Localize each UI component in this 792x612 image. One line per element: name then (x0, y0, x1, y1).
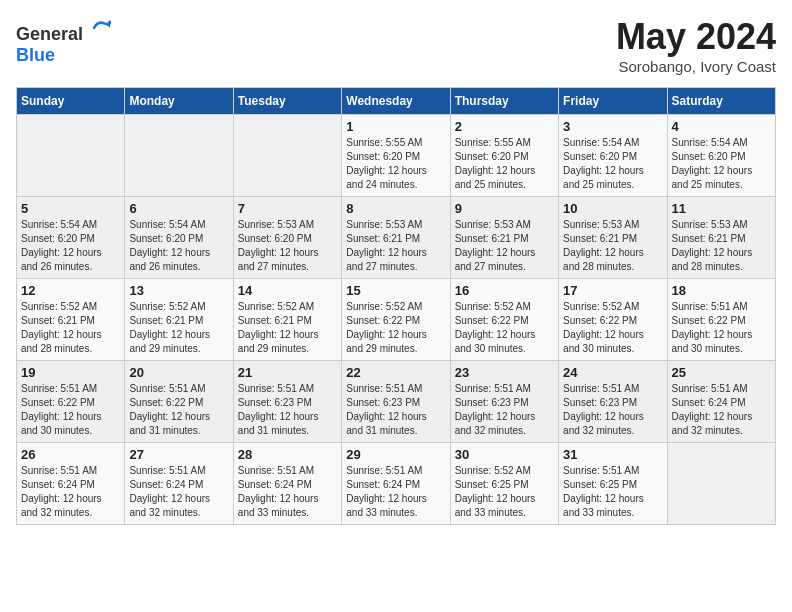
calendar-cell: 1Sunrise: 5:55 AMSunset: 6:20 PMDaylight… (342, 115, 450, 197)
header-friday: Friday (559, 88, 667, 115)
logo-icon (90, 16, 114, 40)
logo: General Blue (16, 16, 114, 66)
day-number: 1 (346, 119, 445, 134)
day-number: 24 (563, 365, 662, 380)
day-number: 17 (563, 283, 662, 298)
day-number: 10 (563, 201, 662, 216)
day-info: Sunrise: 5:51 AMSunset: 6:24 PMDaylight:… (129, 464, 228, 520)
day-info: Sunrise: 5:51 AMSunset: 6:23 PMDaylight:… (563, 382, 662, 438)
day-info: Sunrise: 5:52 AMSunset: 6:21 PMDaylight:… (238, 300, 337, 356)
calendar-cell: 29Sunrise: 5:51 AMSunset: 6:24 PMDayligh… (342, 443, 450, 525)
header: General Blue May 2024 Sorobango, Ivory C… (16, 16, 776, 75)
day-info: Sunrise: 5:55 AMSunset: 6:20 PMDaylight:… (346, 136, 445, 192)
calendar-cell: 11Sunrise: 5:53 AMSunset: 6:21 PMDayligh… (667, 197, 775, 279)
calendar-cell: 2Sunrise: 5:55 AMSunset: 6:20 PMDaylight… (450, 115, 558, 197)
calendar-cell: 30Sunrise: 5:52 AMSunset: 6:25 PMDayligh… (450, 443, 558, 525)
calendar-cell (125, 115, 233, 197)
day-number: 6 (129, 201, 228, 216)
header-monday: Monday (125, 88, 233, 115)
day-number: 16 (455, 283, 554, 298)
location-subtitle: Sorobango, Ivory Coast (616, 58, 776, 75)
day-number: 26 (21, 447, 120, 462)
day-number: 15 (346, 283, 445, 298)
day-info: Sunrise: 5:51 AMSunset: 6:24 PMDaylight:… (238, 464, 337, 520)
day-info: Sunrise: 5:51 AMSunset: 6:23 PMDaylight:… (238, 382, 337, 438)
day-number: 30 (455, 447, 554, 462)
calendar-cell: 24Sunrise: 5:51 AMSunset: 6:23 PMDayligh… (559, 361, 667, 443)
calendar-cell: 15Sunrise: 5:52 AMSunset: 6:22 PMDayligh… (342, 279, 450, 361)
calendar-cell: 22Sunrise: 5:51 AMSunset: 6:23 PMDayligh… (342, 361, 450, 443)
day-number: 2 (455, 119, 554, 134)
day-info: Sunrise: 5:51 AMSunset: 6:24 PMDaylight:… (346, 464, 445, 520)
day-number: 27 (129, 447, 228, 462)
calendar-cell: 20Sunrise: 5:51 AMSunset: 6:22 PMDayligh… (125, 361, 233, 443)
day-info: Sunrise: 5:51 AMSunset: 6:23 PMDaylight:… (346, 382, 445, 438)
calendar-cell (667, 443, 775, 525)
day-info: Sunrise: 5:52 AMSunset: 6:22 PMDaylight:… (346, 300, 445, 356)
calendar-cell: 7Sunrise: 5:53 AMSunset: 6:20 PMDaylight… (233, 197, 341, 279)
day-number: 11 (672, 201, 771, 216)
header-saturday: Saturday (667, 88, 775, 115)
calendar-cell: 13Sunrise: 5:52 AMSunset: 6:21 PMDayligh… (125, 279, 233, 361)
day-info: Sunrise: 5:51 AMSunset: 6:22 PMDaylight:… (672, 300, 771, 356)
day-info: Sunrise: 5:52 AMSunset: 6:22 PMDaylight:… (563, 300, 662, 356)
calendar-cell: 12Sunrise: 5:52 AMSunset: 6:21 PMDayligh… (17, 279, 125, 361)
calendar-cell: 5Sunrise: 5:54 AMSunset: 6:20 PMDaylight… (17, 197, 125, 279)
day-info: Sunrise: 5:51 AMSunset: 6:24 PMDaylight:… (21, 464, 120, 520)
day-number: 21 (238, 365, 337, 380)
calendar-cell (233, 115, 341, 197)
calendar-cell: 28Sunrise: 5:51 AMSunset: 6:24 PMDayligh… (233, 443, 341, 525)
day-info: Sunrise: 5:52 AMSunset: 6:25 PMDaylight:… (455, 464, 554, 520)
calendar-cell: 23Sunrise: 5:51 AMSunset: 6:23 PMDayligh… (450, 361, 558, 443)
title-area: May 2024 Sorobango, Ivory Coast (616, 16, 776, 75)
calendar-cell: 4Sunrise: 5:54 AMSunset: 6:20 PMDaylight… (667, 115, 775, 197)
day-info: Sunrise: 5:52 AMSunset: 6:22 PMDaylight:… (455, 300, 554, 356)
day-number: 13 (129, 283, 228, 298)
day-info: Sunrise: 5:53 AMSunset: 6:21 PMDaylight:… (672, 218, 771, 274)
day-info: Sunrise: 5:53 AMSunset: 6:21 PMDaylight:… (563, 218, 662, 274)
calendar-cell (17, 115, 125, 197)
day-number: 8 (346, 201, 445, 216)
day-number: 22 (346, 365, 445, 380)
day-info: Sunrise: 5:53 AMSunset: 6:21 PMDaylight:… (346, 218, 445, 274)
day-info: Sunrise: 5:54 AMSunset: 6:20 PMDaylight:… (672, 136, 771, 192)
calendar-cell: 17Sunrise: 5:52 AMSunset: 6:22 PMDayligh… (559, 279, 667, 361)
calendar-cell: 14Sunrise: 5:52 AMSunset: 6:21 PMDayligh… (233, 279, 341, 361)
day-info: Sunrise: 5:54 AMSunset: 6:20 PMDaylight:… (129, 218, 228, 274)
day-number: 14 (238, 283, 337, 298)
calendar-week-row: 5Sunrise: 5:54 AMSunset: 6:20 PMDaylight… (17, 197, 776, 279)
logo-general: General (16, 24, 83, 44)
calendar-cell: 6Sunrise: 5:54 AMSunset: 6:20 PMDaylight… (125, 197, 233, 279)
day-number: 18 (672, 283, 771, 298)
day-number: 7 (238, 201, 337, 216)
calendar-cell: 18Sunrise: 5:51 AMSunset: 6:22 PMDayligh… (667, 279, 775, 361)
calendar-cell: 26Sunrise: 5:51 AMSunset: 6:24 PMDayligh… (17, 443, 125, 525)
header-wednesday: Wednesday (342, 88, 450, 115)
calendar-cell: 10Sunrise: 5:53 AMSunset: 6:21 PMDayligh… (559, 197, 667, 279)
day-number: 12 (21, 283, 120, 298)
day-number: 31 (563, 447, 662, 462)
header-sunday: Sunday (17, 88, 125, 115)
calendar-cell: 19Sunrise: 5:51 AMSunset: 6:22 PMDayligh… (17, 361, 125, 443)
day-number: 29 (346, 447, 445, 462)
calendar-week-row: 19Sunrise: 5:51 AMSunset: 6:22 PMDayligh… (17, 361, 776, 443)
day-info: Sunrise: 5:51 AMSunset: 6:25 PMDaylight:… (563, 464, 662, 520)
calendar-cell: 27Sunrise: 5:51 AMSunset: 6:24 PMDayligh… (125, 443, 233, 525)
header-tuesday: Tuesday (233, 88, 341, 115)
day-info: Sunrise: 5:54 AMSunset: 6:20 PMDaylight:… (21, 218, 120, 274)
calendar-week-row: 12Sunrise: 5:52 AMSunset: 6:21 PMDayligh… (17, 279, 776, 361)
day-number: 28 (238, 447, 337, 462)
calendar-cell: 3Sunrise: 5:54 AMSunset: 6:20 PMDaylight… (559, 115, 667, 197)
day-info: Sunrise: 5:51 AMSunset: 6:22 PMDaylight:… (129, 382, 228, 438)
day-info: Sunrise: 5:51 AMSunset: 6:24 PMDaylight:… (672, 382, 771, 438)
month-title: May 2024 (616, 16, 776, 58)
header-thursday: Thursday (450, 88, 558, 115)
day-info: Sunrise: 5:55 AMSunset: 6:20 PMDaylight:… (455, 136, 554, 192)
calendar-cell: 21Sunrise: 5:51 AMSunset: 6:23 PMDayligh… (233, 361, 341, 443)
calendar-header-row: Sunday Monday Tuesday Wednesday Thursday… (17, 88, 776, 115)
day-info: Sunrise: 5:52 AMSunset: 6:21 PMDaylight:… (21, 300, 120, 356)
calendar-week-row: 1Sunrise: 5:55 AMSunset: 6:20 PMDaylight… (17, 115, 776, 197)
logo-blue: Blue (16, 45, 55, 65)
day-info: Sunrise: 5:54 AMSunset: 6:20 PMDaylight:… (563, 136, 662, 192)
day-info: Sunrise: 5:52 AMSunset: 6:21 PMDaylight:… (129, 300, 228, 356)
